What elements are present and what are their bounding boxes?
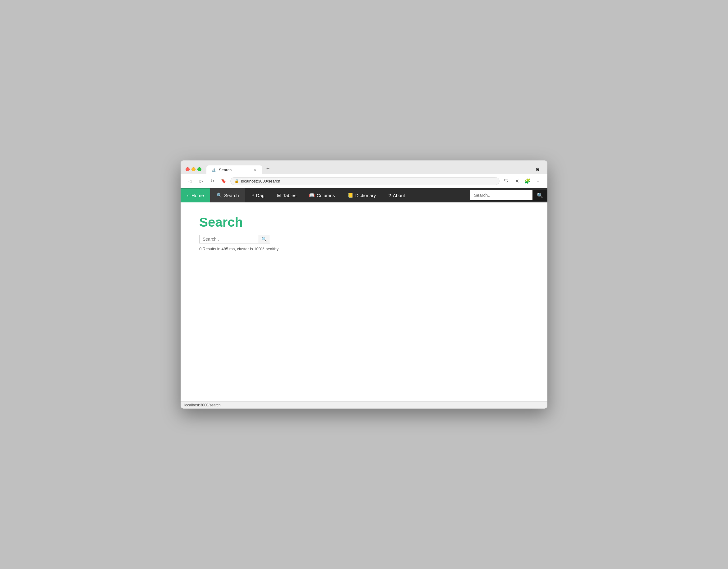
nav-dictionary-label: Dictionary <box>355 193 376 198</box>
page-title: Search <box>199 215 529 230</box>
title-bar: 🔬 Search × + ⊕ <box>181 160 547 174</box>
nav-about-label: About <box>393 193 405 198</box>
dag-icon: ⑂ <box>251 193 254 198</box>
browser-window: 🔬 Search × + ⊕ ◁ ▷ ↻ 🔖 🔒 localhost:3000/… <box>181 160 547 409</box>
nav-search-area: 🔍 <box>470 190 547 201</box>
tab-favicon-icon: 🔬 <box>211 167 216 172</box>
browser-actions: 🛡 ✕ 🧩 ≡ <box>502 177 542 185</box>
nav-search-button[interactable]: 🔍 <box>532 190 547 201</box>
nav-search-input[interactable] <box>470 190 532 200</box>
browser-tab[interactable]: 🔬 Search × <box>206 165 262 174</box>
address-url: localhost:3000/search <box>241 179 280 183</box>
nav-item-about[interactable]: ? About <box>382 188 411 202</box>
nav-columns-label: Columns <box>317 193 335 198</box>
browser-controls: ◁ ▷ ↻ 🔖 🔒 localhost:3000/search 🛡 ✕ 🧩 ≡ <box>181 174 547 188</box>
nav-item-dag[interactable]: ⑂ Dag <box>245 188 271 202</box>
browser-menu-icon: ⊕ <box>532 165 542 173</box>
home-icon: ⌂ <box>187 193 190 198</box>
security-icon: 🔒 <box>234 179 239 183</box>
status-url: localhost:3000/search <box>184 403 221 407</box>
tables-icon: ⊞ <box>277 192 281 198</box>
search-input[interactable] <box>199 235 258 243</box>
nav-tables-label: Tables <box>283 193 296 198</box>
ext-close-button[interactable]: ✕ <box>513 177 521 185</box>
nav-search-label: Search <box>224 193 239 198</box>
search-button[interactable]: 🔍 <box>258 235 270 243</box>
main-content: Search 🔍 0 Results in 485 ms, cluster is… <box>181 202 547 401</box>
status-bar: localhost:3000/search <box>181 401 547 409</box>
extensions-button[interactable]: 🧩 <box>523 177 532 185</box>
nav-item-home[interactable]: ⌂ Home <box>181 188 210 202</box>
close-button[interactable] <box>186 167 190 171</box>
tab-title: Search <box>219 168 250 172</box>
maximize-button[interactable] <box>197 167 201 171</box>
tab-bar: 🔬 Search × + <box>206 164 530 174</box>
reload-button[interactable]: ↻ <box>208 177 217 185</box>
forward-button[interactable]: ▷ <box>197 177 205 185</box>
minimize-button[interactable] <box>191 167 196 171</box>
search-form: 🔍 <box>199 235 529 243</box>
nav-item-columns[interactable]: 📖 Columns <box>303 188 341 202</box>
new-tab-button[interactable]: + <box>264 164 272 173</box>
traffic-lights <box>186 167 201 171</box>
dictionary-icon: 📒 <box>348 192 353 198</box>
browser-menu-button[interactable]: ≡ <box>534 177 542 185</box>
nav-dag-label: Dag <box>256 193 265 198</box>
columns-icon: 📖 <box>309 192 315 198</box>
nav-item-search[interactable]: 🔍 Search <box>210 188 245 202</box>
shield-extension-button[interactable]: 🛡 <box>502 177 511 185</box>
address-bar[interactable]: 🔒 localhost:3000/search <box>230 177 500 185</box>
nav-item-dictionary[interactable]: 📒 Dictionary <box>341 188 382 202</box>
results-info: 0 Results in 485 ms, cluster is 100% hea… <box>199 247 529 251</box>
nav-home-label: Home <box>191 193 204 198</box>
about-icon: ? <box>388 193 391 198</box>
back-button[interactable]: ◁ <box>186 177 194 185</box>
app-nav: ⌂ Home 🔍 Search ⑂ Dag ⊞ Tables 📖 Columns… <box>181 188 547 202</box>
bookmark-button[interactable]: 🔖 <box>219 177 228 185</box>
tab-close-button[interactable]: × <box>252 167 257 172</box>
search-nav-icon: 🔍 <box>216 192 222 198</box>
nav-item-tables[interactable]: ⊞ Tables <box>271 188 302 202</box>
